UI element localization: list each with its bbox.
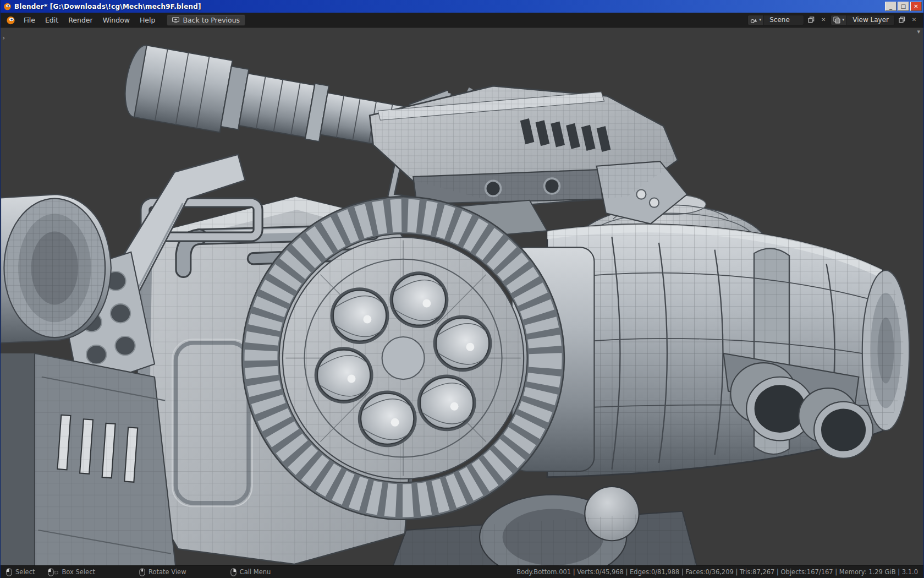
restore-button[interactable]: □	[898, 2, 909, 11]
mouse-left-icon	[6, 568, 12, 576]
statusbar: Select Box Select Rotate View Call Menu …	[1, 565, 923, 578]
duplicate-icon	[899, 17, 905, 23]
minimize-button[interactable]: _	[885, 2, 897, 11]
hint-box-select: Box Select	[48, 568, 95, 576]
unlink-scene-button[interactable]: ✕	[818, 15, 828, 25]
viewport-toolbar-toggle-icon[interactable]: ›	[2, 34, 5, 41]
mouse-middle-icon	[139, 568, 145, 576]
menu-file[interactable]: File	[19, 14, 40, 26]
hint-rotate-view: Rotate View	[139, 568, 186, 576]
left-pod	[1, 194, 111, 343]
new-view-layer-button[interactable]	[897, 15, 907, 25]
topbar: File Edit Render Window Help Back to Pre…	[1, 13, 923, 28]
hint-rotate-view-label: Rotate View	[148, 568, 186, 576]
viewport-sidebar-toggle-icon[interactable]: ▾	[917, 29, 920, 35]
hint-select: Select	[6, 568, 35, 576]
view-layer-icon	[833, 17, 840, 24]
hint-call-menu: Call Menu	[230, 568, 271, 576]
menu-render[interactable]: Render	[63, 14, 98, 26]
back-to-previous-button[interactable]: Back to Previous	[167, 14, 245, 26]
view-layer-selector: ▾ View Layer	[831, 15, 895, 25]
blender-menu-icon[interactable]	[6, 15, 15, 25]
duplicate-icon	[808, 17, 815, 23]
workspace-screen-icon	[172, 17, 179, 23]
viewport-3d[interactable]: › ▾	[1, 28, 923, 565]
scene-icon	[750, 17, 757, 24]
hint-box-select-label: Box Select	[62, 568, 95, 576]
chevron-down-icon: ▾	[759, 18, 761, 22]
missile-drum	[242, 197, 564, 519]
side-vent-panel	[1, 353, 177, 565]
remove-view-layer-button[interactable]: ✕	[909, 15, 919, 25]
scene-selector: ▾ Scene	[747, 15, 804, 25]
scene-browse-button[interactable]: ▾	[748, 15, 764, 25]
scene-name[interactable]: Scene	[764, 16, 804, 24]
view-layer-name[interactable]: View Layer	[847, 16, 894, 24]
close-button[interactable]: ✕	[910, 2, 922, 11]
menu-edit[interactable]: Edit	[40, 14, 63, 26]
window-title: Blender* [G:\Downloads\!cg\Mech\mech9F.b…	[14, 3, 885, 10]
scene-statistics: Body.Bottom.001 | Verts:0/45,968 | Edges…	[516, 568, 918, 576]
hint-select-label: Select	[15, 568, 35, 576]
view-layer-browse-button[interactable]: ▾	[831, 15, 847, 25]
blender-logo-icon	[3, 2, 12, 10]
menu-window[interactable]: Window	[98, 14, 135, 26]
chevron-down-icon: ▾	[842, 18, 844, 22]
viewport-canvas[interactable]	[1, 28, 923, 565]
new-scene-button[interactable]	[806, 15, 816, 25]
mouse-left-drag-icon	[48, 568, 58, 576]
back-to-previous-label: Back to Previous	[183, 16, 240, 24]
menu-help[interactable]: Help	[135, 14, 161, 26]
mouse-right-icon	[230, 568, 237, 576]
hint-call-menu-label: Call Menu	[240, 568, 271, 576]
window-titlebar: Blender* [G:\Downloads\!cg\Mech\mech9F.b…	[1, 0, 923, 13]
